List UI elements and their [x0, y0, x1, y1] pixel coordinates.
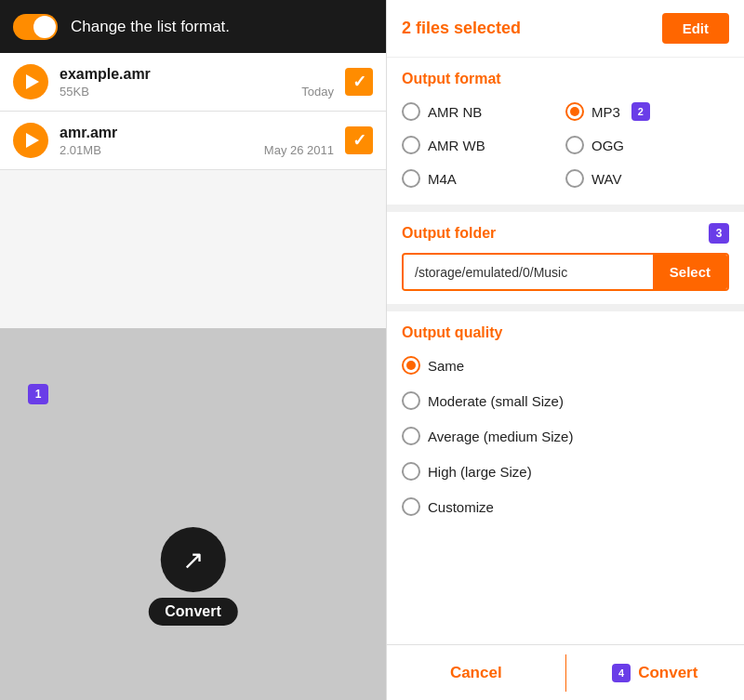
- radio-label-amr-wb: AMR WB: [428, 138, 485, 153]
- right-header: 2 files selected Edit: [387, 0, 744, 58]
- folder-badge: 3: [709, 223, 729, 244]
- format-badge: 2: [631, 102, 650, 121]
- radio-label-mp3: MP3: [591, 104, 620, 120]
- radio-label-wav: WAV: [591, 171, 622, 187]
- quality-label-same: Same: [428, 358, 464, 374]
- radio-circle-amr-nb: [402, 102, 420, 121]
- quality-high[interactable]: High (large Size): [402, 458, 729, 484]
- radio-amr-wb[interactable]: AMR WB: [402, 132, 565, 158]
- convert-label: Convert: [638, 664, 698, 682]
- output-folder-title: Output folder: [402, 225, 729, 242]
- checkmark-1: ✓: [352, 72, 366, 92]
- quality-label-moderate: Moderate (small Size): [428, 393, 564, 409]
- output-quality-title: Output quality: [402, 324, 729, 341]
- radio-label-ogg: OGG: [591, 138, 624, 153]
- cancel-button[interactable]: Cancel: [387, 645, 565, 700]
- quality-moderate[interactable]: Moderate (small Size): [402, 388, 729, 414]
- radio-circle-customize: [402, 497, 420, 516]
- radio-amr-nb[interactable]: AMR NB: [402, 99, 565, 125]
- folder-input-row: Select: [402, 253, 729, 291]
- convert-button[interactable]: 4 Convert: [566, 645, 745, 700]
- gray-area: 1 ↗ Convert: [0, 328, 386, 700]
- convert-fab[interactable]: ↗ Convert: [148, 527, 237, 626]
- radio-dot-same: [406, 361, 416, 370]
- file-item-2[interactable]: amr.amr 2.01MB May 26 2011 ✓: [0, 112, 386, 170]
- file-list: example.amr 55KB Today ✓ amr.amr 2.01MB …: [0, 53, 386, 328]
- quality-label-average: Average (medium Size): [428, 429, 573, 444]
- file-meta-2: 2.01MB May 26 2011: [60, 143, 334, 157]
- file-date-2: May 26 2011: [264, 143, 334, 157]
- quality-average[interactable]: Average (medium Size): [402, 423, 729, 449]
- edit-button[interactable]: Edit: [662, 13, 729, 44]
- left-header: Change the list format.: [0, 0, 386, 53]
- folder-path-input[interactable]: [404, 256, 653, 289]
- radio-circle-high: [402, 462, 420, 481]
- checkbox-2[interactable]: ✓: [345, 126, 373, 154]
- file-item-1[interactable]: example.amr 55KB Today ✓: [0, 53, 386, 112]
- quality-label-high: High (large Size): [428, 464, 532, 480]
- bottom-bar: Cancel 4 Convert: [387, 644, 744, 700]
- convert-icon: ↗: [182, 545, 204, 575]
- radio-circle-moderate: [402, 391, 420, 410]
- radio-label-m4a: M4A: [428, 171, 457, 187]
- right-panel: 2 files selected Edit Output format AMR …: [386, 0, 744, 700]
- output-quality-section: Output quality Same Moderate (small Size…: [387, 311, 744, 644]
- file-name-1: example.amr: [60, 66, 334, 83]
- output-format-title: Output format: [402, 71, 729, 87]
- file-info-2: amr.amr 2.01MB May 26 2011: [60, 125, 334, 157]
- quality-options: Same Moderate (small Size) Average (medi…: [402, 352, 729, 520]
- radio-circle-mp3: [565, 102, 584, 121]
- file-size-2: 2.01MB: [60, 143, 101, 157]
- step-badge-1: 1: [28, 384, 48, 404]
- bottom-badge: 4: [612, 664, 631, 682]
- radio-circle-average: [402, 427, 420, 445]
- format-radio-grid: AMR NB MP3 2 AMR WB OGG: [402, 99, 729, 192]
- toggle-knob: [33, 16, 56, 38]
- quality-label-customize: Customize: [428, 499, 494, 515]
- checkmark-2: ✓: [352, 130, 366, 151]
- radio-ogg[interactable]: OGG: [565, 132, 729, 158]
- radio-circle-same: [402, 356, 420, 375]
- file-name-2: amr.amr: [60, 125, 334, 141]
- file-meta-1: 55KB Today: [60, 85, 334, 99]
- play-icon-2: [26, 133, 39, 148]
- left-panel: Change the list format. example.amr 55KB…: [0, 0, 386, 700]
- fab-label: Convert: [148, 598, 237, 626]
- radio-mp3[interactable]: MP3 2: [565, 99, 729, 125]
- file-size-1: 55KB: [60, 85, 89, 99]
- radio-circle-ogg: [565, 136, 584, 154]
- output-format-section: Output format AMR NB MP3 2 AMR WB: [387, 58, 744, 212]
- play-icon-1: [26, 74, 39, 89]
- toggle-switch[interactable]: [13, 14, 58, 40]
- radio-circle-amr-wb: [402, 136, 420, 154]
- radio-m4a[interactable]: M4A: [402, 165, 565, 192]
- quality-same[interactable]: Same: [402, 352, 729, 378]
- files-selected-text: 2 files selected: [402, 19, 521, 38]
- output-folder-section: Output folder 3 Select: [387, 212, 744, 311]
- radio-circle-wav: [565, 169, 584, 188]
- radio-wav[interactable]: WAV: [565, 165, 729, 192]
- play-button-1[interactable]: [13, 64, 48, 99]
- header-title: Change the list format.: [71, 18, 230, 36]
- select-folder-button[interactable]: Select: [653, 255, 727, 289]
- radio-label-amr-nb: AMR NB: [428, 104, 482, 120]
- radio-dot-mp3: [570, 107, 579, 116]
- quality-customize[interactable]: Customize: [402, 494, 729, 520]
- radio-circle-m4a: [402, 169, 420, 188]
- fab-circle[interactable]: ↗: [160, 527, 225, 592]
- play-button-2[interactable]: [13, 123, 48, 158]
- file-info-1: example.amr 55KB Today: [60, 66, 334, 99]
- checkbox-1[interactable]: ✓: [345, 68, 373, 96]
- file-date-1: Today: [301, 85, 334, 99]
